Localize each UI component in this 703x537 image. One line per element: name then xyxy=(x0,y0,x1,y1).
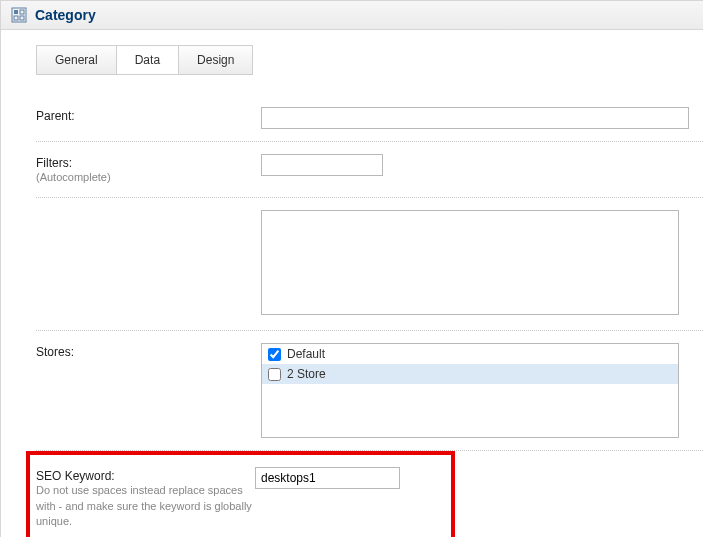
page-title: Category xyxy=(35,7,96,23)
hint-filters: (Autocomplete) xyxy=(36,170,261,185)
category-icon xyxy=(11,7,27,23)
store-option-2store[interactable]: 2 Store xyxy=(262,364,678,384)
tab-general[interactable]: General xyxy=(36,45,117,75)
parent-input[interactable] xyxy=(261,107,689,129)
tab-data[interactable]: Data xyxy=(116,45,179,75)
label-stores: Stores: xyxy=(36,345,74,359)
hint-seo: Do not use spaces instead replace spaces… xyxy=(36,483,255,529)
svg-rect-3 xyxy=(20,10,24,14)
store-label-default: Default xyxy=(287,347,325,361)
row-parent: Parent: xyxy=(36,95,703,142)
seo-keyword-input[interactable] xyxy=(255,467,400,489)
row-filters: Filters: (Autocomplete) xyxy=(36,142,703,198)
panel-header: Category xyxy=(1,1,703,30)
tab-design[interactable]: Design xyxy=(178,45,253,75)
tabs: General Data Design xyxy=(36,45,703,75)
stores-list[interactable]: Default 2 Store xyxy=(261,343,679,438)
row-textarea xyxy=(36,198,703,331)
store-option-default[interactable]: Default xyxy=(262,344,678,364)
svg-rect-2 xyxy=(14,16,18,20)
filters-input[interactable] xyxy=(261,154,383,176)
store-checkbox-2store[interactable] xyxy=(268,368,281,381)
store-label-2store: 2 Store xyxy=(287,367,326,381)
label-parent: Parent: xyxy=(36,107,261,123)
textarea-field[interactable] xyxy=(261,210,679,315)
seo-highlight-box: SEO Keyword: Do not use spaces instead r… xyxy=(26,451,455,537)
row-seo: SEO Keyword: Do not use spaces instead r… xyxy=(36,463,445,533)
svg-rect-4 xyxy=(20,16,24,20)
store-checkbox-default[interactable] xyxy=(268,348,281,361)
label-seo: SEO Keyword: xyxy=(36,469,115,483)
row-stores: Stores: Default 2 Store xyxy=(36,331,703,451)
label-filters: Filters: xyxy=(36,156,72,170)
svg-rect-1 xyxy=(14,10,18,14)
panel-body: General Data Design Parent: Filters: (Au… xyxy=(1,30,703,537)
category-panel: Category General Data Design Parent: Fil… xyxy=(0,0,703,537)
